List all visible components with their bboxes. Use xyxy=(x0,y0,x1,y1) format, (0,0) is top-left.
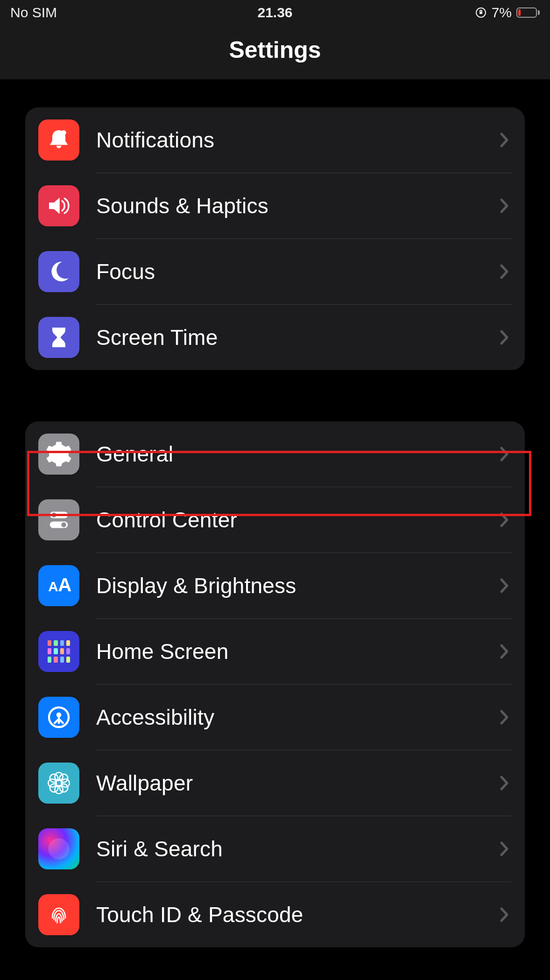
settings-row-siri[interactable]: Siri & Search xyxy=(25,816,525,882)
fingerprint-icon xyxy=(38,894,79,935)
chevron-right-icon xyxy=(500,264,509,280)
chevron-right-icon xyxy=(500,644,509,659)
svg-point-20 xyxy=(48,838,70,860)
moon-icon xyxy=(38,251,79,292)
battery-icon xyxy=(516,7,540,18)
settings-row-label: Siri & Search xyxy=(96,836,494,861)
settings-row-wallpaper[interactable]: Wallpaper xyxy=(25,750,525,816)
settings-row-general[interactable]: General xyxy=(25,421,525,487)
settings-row-label: General xyxy=(96,441,494,467)
gear-icon xyxy=(38,434,79,475)
page-title: Settings xyxy=(0,23,550,79)
chevron-right-icon xyxy=(500,512,509,528)
settings-row-homescreen[interactable]: Home Screen xyxy=(25,618,525,684)
toggles-icon xyxy=(38,499,79,540)
status-carrier: No SIM xyxy=(10,5,187,21)
battery-percent-text: 7% xyxy=(492,5,512,21)
svg-text:A: A xyxy=(48,579,58,594)
settings-row-screentime[interactable]: Screen Time xyxy=(25,304,525,370)
settings-row-notifications[interactable]: Notifications xyxy=(25,107,525,173)
person-circle-icon xyxy=(38,697,79,738)
settings-row-label: Touch ID & Passcode xyxy=(96,902,494,927)
chevron-right-icon xyxy=(500,709,509,725)
svg-point-6 xyxy=(61,522,66,527)
status-bar: No SIM 21.36 7% xyxy=(0,0,550,23)
settings-row-label: Accessibility xyxy=(96,705,494,730)
chevron-right-icon xyxy=(500,446,509,462)
settings-group: GeneralControl CenterAADisplay & Brightn… xyxy=(25,421,525,947)
grid-icon xyxy=(38,631,79,672)
settings-row-controlcenter[interactable]: Control Center xyxy=(25,487,525,553)
chevron-right-icon xyxy=(500,775,509,791)
settings-row-label: Home Screen xyxy=(96,639,494,664)
settings-row-label: Focus xyxy=(96,259,494,284)
settings-row-label: Control Center xyxy=(96,507,494,532)
status-right: 7% xyxy=(363,5,540,21)
svg-point-19 xyxy=(60,784,68,792)
settings-row-accessibility[interactable]: Accessibility xyxy=(25,684,525,750)
settings-row-display[interactable]: AADisplay & Brightness xyxy=(25,553,525,618)
settings-row-label: Notifications xyxy=(96,127,494,153)
aa-icon: AA xyxy=(38,565,79,606)
svg-text:A: A xyxy=(58,574,71,595)
settings-row-touchid[interactable]: Touch ID & Passcode xyxy=(25,882,525,947)
settings-row-focus[interactable]: Focus xyxy=(25,238,525,304)
svg-point-17 xyxy=(60,774,68,782)
settings-group: NotificationsSounds & HapticsFocusScreen… xyxy=(25,107,525,370)
svg-rect-1 xyxy=(479,12,482,14)
bell-icon xyxy=(38,119,79,161)
chevron-right-icon xyxy=(500,329,509,345)
speaker-icon xyxy=(38,185,79,226)
settings-row-label: Wallpaper xyxy=(96,770,494,796)
settings-row-label: Screen Time xyxy=(96,325,494,350)
status-time: 21.36 xyxy=(187,5,363,21)
svg-point-16 xyxy=(50,774,58,782)
settings-content[interactable]: NotificationsSounds & HapticsFocusScreen… xyxy=(0,79,550,947)
orientation-lock-icon xyxy=(475,7,487,19)
chevron-right-icon xyxy=(500,841,509,857)
chevron-right-icon xyxy=(500,132,509,148)
settings-row-label: Sounds & Haptics xyxy=(96,193,494,218)
hourglass-icon xyxy=(38,317,79,358)
settings-screen: No SIM 21.36 7% Settings NotificationsSo… xyxy=(0,0,550,980)
chevron-right-icon xyxy=(500,578,509,594)
chevron-right-icon xyxy=(500,198,509,214)
svg-point-18 xyxy=(50,784,58,792)
svg-point-2 xyxy=(61,130,66,135)
siri-icon xyxy=(38,828,79,869)
svg-point-4 xyxy=(51,512,56,518)
chevron-right-icon xyxy=(500,907,509,923)
settings-row-sounds[interactable]: Sounds & Haptics xyxy=(25,173,525,238)
settings-row-label: Display & Brightness xyxy=(96,573,494,598)
flower-icon xyxy=(38,763,79,804)
